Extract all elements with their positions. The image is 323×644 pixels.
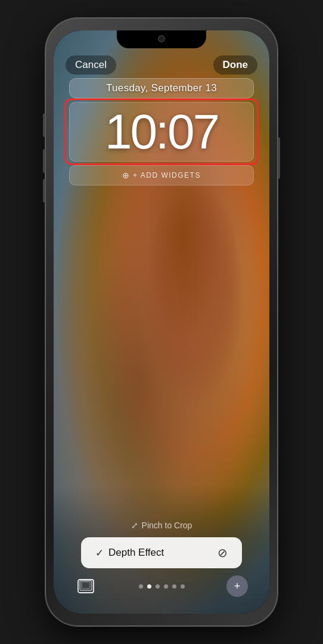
crop-icon: ⤢ [131, 521, 138, 530]
add-widgets-label: + ADD WIDGETS [133, 171, 201, 179]
dot-4 [164, 584, 168, 589]
page-dots [139, 584, 185, 589]
gallery-button[interactable] [75, 575, 97, 597]
dot-2 [147, 584, 151, 589]
time-text: 10:07 [105, 104, 218, 159]
dot-6 [181, 584, 185, 589]
plus-icon: + [234, 581, 241, 592]
pinch-to-crop-hint: ⤢ Pinch to Crop [131, 521, 192, 530]
phone-frame: Cancel Done Tuesday, September 13 10:07 … [45, 18, 278, 626]
notch [117, 30, 206, 48]
dot-5 [172, 584, 176, 589]
depth-effect-left: ✓ Depth Effect [95, 547, 164, 559]
phone-screen: Cancel Done Tuesday, September 13 10:07 … [54, 30, 269, 614]
add-wallpaper-button[interactable]: + [226, 575, 248, 597]
pinch-to-crop-label: Pinch to Crop [142, 521, 192, 530]
layers-icon: ⊘ [218, 546, 228, 560]
depth-effect-button[interactable]: ✓ Depth Effect ⊘ [81, 537, 242, 568]
dot-1 [139, 584, 143, 589]
add-widgets-button[interactable]: ⊕ + ADD WIDGETS [69, 165, 254, 185]
checkmark-icon: ✓ [95, 547, 104, 559]
plus-circle-icon: ⊕ [122, 171, 129, 180]
date-pill[interactable]: Tuesday, September 13 [69, 78, 254, 98]
lock-screen-content: Tuesday, September 13 10:07 ⊕ + ADD WIDG… [54, 78, 269, 185]
svg-rect-2 [82, 582, 90, 589]
done-button[interactable]: Done [213, 55, 258, 75]
bottom-area: ⤢ Pinch to Crop ✓ Depth Effect ⊘ [54, 485, 269, 614]
gallery-icon-svg [77, 579, 94, 593]
bottom-row: + [69, 575, 254, 597]
date-text: Tuesday, September 13 [106, 82, 217, 94]
top-bar: Cancel Done [54, 55, 269, 75]
dot-3 [156, 584, 160, 589]
cancel-button[interactable]: Cancel [66, 55, 116, 75]
time-pill: 10:07 [69, 102, 254, 162]
depth-effect-label: Depth Effect [108, 547, 164, 559]
time-container[interactable]: 10:07 [69, 102, 254, 162]
front-camera [158, 35, 165, 42]
